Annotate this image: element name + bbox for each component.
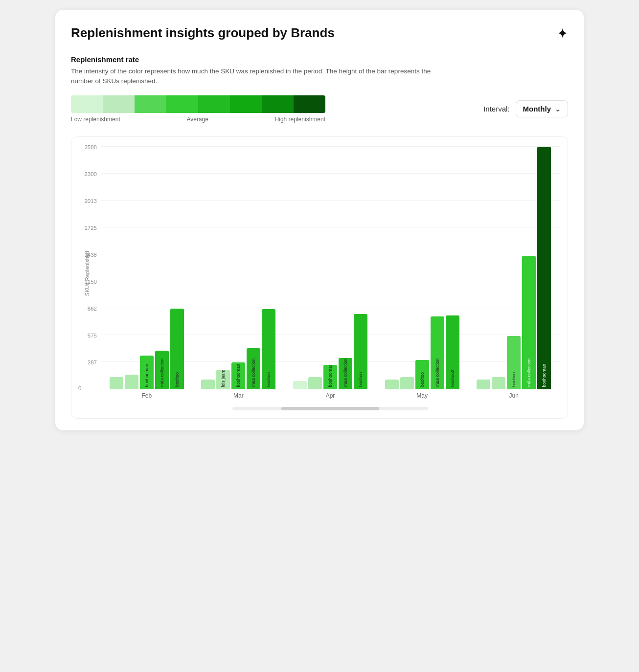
bar[interactable] [125,375,138,389]
bar-label: lois jeans [221,370,226,387]
bar[interactable] [308,377,322,389]
bar-label: boohooman [236,362,241,387]
bar[interactable] [385,380,399,389]
legend-bar [71,95,325,113]
bar[interactable]: boohooman [231,362,245,389]
bar-item: boohoo [354,147,367,389]
bar[interactable] [110,377,123,389]
bar-label: boohoo [266,370,271,387]
chevron-down-icon: ⌄ [555,105,561,113]
bar-item: boohooman [537,147,551,389]
month-group-feb: boohoomanm&s collectionboohooFeb [101,147,193,389]
bar[interactable] [201,380,215,389]
bar-label: m&s collection [251,357,256,387]
bar[interactable]: boohooman [537,147,551,389]
main-card: Replenishment insights grouped by Brands… [55,10,584,430]
bar-item: m&s collection [247,147,260,389]
bar-item: boohoo [415,147,429,389]
bar[interactable]: boohoo [507,336,521,389]
bar-item: m&s collection [522,147,536,389]
bar-item [477,147,490,389]
bar-item [110,147,123,389]
bar-label: m&s collection [526,357,531,387]
bar-item [400,147,414,389]
legend-segment-8 [294,95,325,113]
legend-interval-row: Low replenishment Average High replenish… [71,95,568,123]
page-title: Replenishment insights grouped by Brands [71,25,335,41]
legend-segment-2 [103,95,135,113]
bar-item [201,147,215,389]
bar[interactable]: m&s collection [522,256,536,389]
month-group-mar: lois jeansboohoomanm&s collectionboohooM… [193,147,285,389]
bar-item [293,147,307,389]
interval-label: Interval: [483,105,509,113]
bar-label: m&s collection [435,357,440,387]
chart-container: SKUs Replenished 25882300201317251438115… [71,136,568,419]
scrollbar-thumb[interactable] [281,407,379,410]
legend-segment-7 [262,95,294,113]
bar-item [385,147,399,389]
bar[interactable] [492,377,505,389]
bar-item: boohoo2 [446,147,459,389]
month-label: Feb [141,392,152,399]
bar-item [308,147,322,389]
bar[interactable]: boohoo [415,360,429,389]
legend-segment-1 [71,95,103,113]
month-label: Mar [233,392,244,399]
bar[interactable]: boohoo [354,314,367,389]
month-group-jun: boohoom&s collectionboohoomanJun [468,147,560,389]
month-label: Jun [509,392,518,399]
bar-label: boohooman [328,365,333,387]
bar[interactable]: boohoo [170,309,184,389]
bar-item: lois jeans [216,147,230,389]
bar[interactable]: m&s collection [247,348,260,389]
bars-row-may: boohoom&s collectionboohoo2 [376,147,468,389]
month-group-may: boohoom&s collectionboohoo2May [376,147,468,389]
bar[interactable]: boohooman [323,365,337,389]
legend-segment-5 [198,95,230,113]
bar[interactable]: boohooman [140,356,154,389]
sparkle-icon: ✦ [557,25,568,42]
scrollbar-track [232,407,428,410]
bar-label: boohoo [175,370,180,387]
legend-label-avg: Average [186,116,208,123]
replenishment-rate-section: Replenishment rate The intensity of the … [71,55,568,123]
bar-item: boohooman [231,147,245,389]
bar-item: m&s collection [339,147,352,389]
chart-area: SKUs Replenished 25882300201317251438115… [101,147,560,401]
legend-label-high: High replenishment [275,116,325,123]
legend-label-low: Low replenishment [71,116,120,123]
zero-label: 0 [78,385,81,391]
bar-label: m&s collection [160,357,164,387]
interval-select[interactable]: Monthly ⌄ [516,100,569,117]
bar-label: boohooman [542,362,547,387]
month-label: May [416,392,428,399]
legend-labels: Low replenishment Average High replenish… [71,116,325,123]
bar[interactable] [477,380,490,389]
bar[interactable]: boohoo [262,309,275,389]
bar-label: m&s collection [343,358,348,387]
bar[interactable]: boohoo2 [446,315,459,389]
bar-label: boohoo [358,370,363,387]
month-group-apr: boohoomanm&s collectionboohooApr [284,147,376,389]
bars-row-feb: boohoomanm&s collectionboohoo [101,147,193,389]
bar-label: boohoo [420,370,425,387]
legend-segment-6 [230,95,262,113]
legend-segment-4 [166,95,198,113]
bar[interactable]: m&s collection [339,358,352,389]
y-axis-label: SKUs Replenished [84,251,90,296]
section-description: The intensity of the color represents ho… [71,67,453,87]
bar[interactable]: lois jeans [216,370,230,389]
bar-label: boohoo2 [450,368,455,387]
bar-item: boohoo [170,147,184,389]
bar-label: boohoo [511,370,516,387]
bar-label: boohooman [144,362,149,387]
bar[interactable]: m&s collection [155,351,169,389]
bar-item: m&s collection [155,147,169,389]
bar[interactable] [400,377,414,389]
interval-control: Interval: Monthly ⌄ [483,100,568,117]
bar-item: boohooman [323,147,337,389]
bar[interactable] [293,381,307,389]
bars-row-mar: lois jeansboohoomanm&s collectionboohoo [193,147,285,389]
bar[interactable]: m&s collection [431,316,444,389]
